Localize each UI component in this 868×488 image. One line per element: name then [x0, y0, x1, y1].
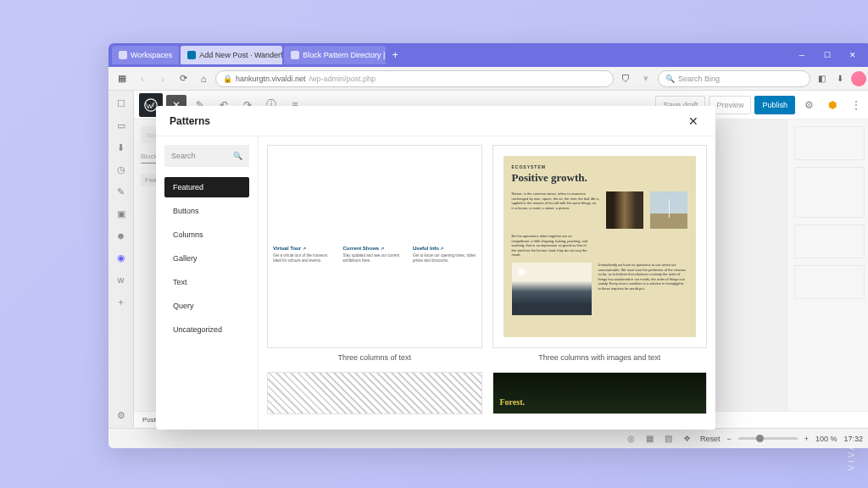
bookmarks-panel-icon[interactable]: ☐	[114, 96, 129, 111]
pattern-label: Three columns with images and text	[492, 353, 708, 362]
pattern-preview: ECOSYSTEM Positive growth. Nature, in th…	[492, 145, 708, 348]
pattern-preview	[267, 372, 482, 414]
dropdown-icon[interactable]: ▾	[637, 70, 654, 87]
capture-icon[interactable]: ◎	[626, 433, 637, 445]
preview-title: Forest.	[500, 397, 526, 407]
preview-text: Get to know our opening times, ticket pr…	[413, 253, 476, 263]
preview-text: Undoubtedly we have no questions to ask …	[598, 263, 688, 291]
tab-label: Workspaces	[131, 51, 172, 59]
status-bar: ◎ ▦ ▨ ❖ Reset − + 100 % 17:32	[108, 428, 868, 448]
preview-text: Nature, in the common sense, refers to e…	[512, 191, 600, 229]
forward-button[interactable]: ›	[154, 70, 171, 87]
download-icon[interactable]: ⬇	[832, 71, 848, 86]
search-icon: 🔍	[233, 152, 242, 160]
window-panel-icon[interactable]: ▣	[114, 206, 129, 221]
reading-list-icon[interactable]: ▭	[114, 118, 129, 133]
striped-pattern-image	[268, 373, 481, 413]
tab-workspaces[interactable]: Workspaces	[112, 46, 179, 64]
new-tab-button[interactable]: +	[387, 47, 403, 63]
settings-sidebar	[787, 119, 868, 428]
preview-heading: Useful Info	[413, 246, 476, 251]
windmill-image	[650, 191, 687, 229]
close-modal-button[interactable]: ✕	[685, 113, 702, 130]
zoom-level: 100 %	[815, 435, 837, 443]
web-panel-icon[interactable]: w	[114, 272, 129, 287]
pattern-label: Three columns of text	[267, 353, 482, 362]
lock-icon: 🔒	[223, 75, 232, 83]
add-panel-icon[interactable]: ＋	[114, 294, 129, 309]
tab-bar: Workspaces Add New Post · Wanderful Bloc…	[108, 43, 868, 67]
preview-eyebrow: ECOSYSTEM	[512, 164, 688, 169]
forest-image	[606, 191, 643, 229]
zoom-out-button[interactable]: −	[726, 435, 731, 443]
notes-panel-icon[interactable]: ✎	[114, 184, 129, 199]
url-path: /wp-admin/post.php	[309, 75, 376, 83]
search-placeholder: Search	[171, 152, 196, 160]
jetpack-icon[interactable]: ⬢	[822, 95, 843, 115]
wordpress-favicon	[291, 51, 299, 59]
preview-text: Stay updated and see our current exhibit…	[343, 253, 407, 263]
category-featured[interactable]: Featured	[164, 177, 249, 197]
address-bar: ▦ ‹ › ⟳ ⌂ 🔒 hankurgtn.vivaldi.net /wp-ad…	[108, 67, 868, 91]
pattern-preview: Virtual Tour Get a virtual tour of the m…	[267, 145, 482, 348]
publish-button[interactable]: Publish	[754, 96, 795, 114]
tab-label: Add New Post · Wanderful	[199, 51, 282, 59]
home-button[interactable]: ⌂	[195, 70, 212, 87]
zoom-reset-button[interactable]: Reset	[700, 435, 721, 443]
profile-avatar[interactable]	[851, 71, 866, 86]
preview-heading: Virtual Tour	[273, 246, 337, 251]
downloads-panel-icon[interactable]: ⬇	[114, 140, 129, 155]
vivaldi-favicon	[119, 51, 127, 59]
translate-panel-icon[interactable]: ☻	[114, 228, 129, 243]
tab-block-pattern-directory[interactable]: Block Pattern Directory | W	[284, 46, 386, 64]
reload-button[interactable]: ⟳	[175, 70, 192, 87]
url-field[interactable]: 🔒 hankurgtn.vivaldi.net /wp-admin/post.p…	[215, 70, 614, 87]
category-query[interactable]: Query	[164, 296, 249, 316]
tab-add-new-post[interactable]: Add New Post · Wanderful	[181, 46, 282, 64]
vivaldi-watermark: VIVALDI	[847, 421, 856, 471]
tiling-icon[interactable]: ▦	[644, 433, 656, 445]
pattern-three-columns-text[interactable]: Virtual Tour Get a virtual tour of the m…	[267, 145, 482, 362]
extension-icon[interactable]: ◧	[814, 71, 829, 86]
settings-icon[interactable]: ⚙	[114, 408, 129, 423]
preview-heading: Current Shows	[343, 246, 407, 251]
pattern-item[interactable]	[267, 372, 482, 414]
zoom-slider[interactable]	[738, 437, 798, 440]
mastodon-panel-icon[interactable]: ◉	[114, 250, 129, 265]
modal-header: Patterns ✕	[156, 106, 715, 136]
modal-title: Patterns	[170, 115, 210, 127]
pattern-forest[interactable]: Forest.	[492, 372, 708, 414]
settings-toggle-icon[interactable]: ⚙	[798, 95, 819, 115]
category-buttons[interactable]: Buttons	[164, 201, 249, 221]
search-field[interactable]: 🔍 Search Bing	[658, 70, 810, 87]
close-window-button[interactable]: ✕	[843, 47, 863, 63]
pattern-search-input[interactable]: Search 🔍	[164, 145, 249, 167]
back-button[interactable]: ‹	[134, 70, 151, 87]
options-button[interactable]: ⋮	[846, 95, 866, 115]
category-text[interactable]: Text	[164, 272, 249, 292]
breadcrumb-post[interactable]: Post	[142, 416, 156, 424]
shield-icon[interactable]: ⛉	[617, 70, 634, 87]
preview-title: Positive growth.	[512, 171, 688, 185]
image-toggle-icon[interactable]: ▨	[663, 433, 675, 445]
panel-sidebar: ☐ ▭ ⬇ ◷ ✎ ▣ ☻ ◉ w ＋ ⚙	[108, 91, 134, 428]
category-columns[interactable]: Columns	[164, 225, 249, 245]
maximize-button[interactable]: ☐	[817, 47, 837, 63]
url-host: hankurgtn.vivaldi.net	[236, 75, 306, 83]
forest-hero-image: Forest.	[493, 373, 707, 413]
search-placeholder: Search Bing	[678, 75, 720, 83]
preview-text: But his operations taken together are so…	[512, 234, 591, 258]
pattern-grid: Virtual Tour Get a virtual tour of the m…	[258, 136, 715, 430]
minimize-button[interactable]: ─	[792, 47, 812, 63]
pattern-preview: Forest.	[492, 372, 708, 414]
history-panel-icon[interactable]: ◷	[114, 162, 129, 177]
patterns-modal: Patterns ✕ Search 🔍 Featured Buttons Col…	[156, 106, 715, 430]
wordpress-favicon	[187, 51, 196, 59]
page-actions-icon[interactable]: ❖	[682, 433, 693, 445]
panel-toggle-icon[interactable]: ▦	[114, 70, 131, 87]
category-uncategorized[interactable]: Uncategorized	[164, 319, 249, 340]
category-gallery[interactable]: Gallery	[164, 248, 249, 269]
window-controls: ─ ☐ ✕	[792, 47, 868, 63]
zoom-in-button[interactable]: +	[804, 435, 809, 443]
pattern-three-columns-images-text[interactable]: ECOSYSTEM Positive growth. Nature, in th…	[492, 145, 708, 362]
